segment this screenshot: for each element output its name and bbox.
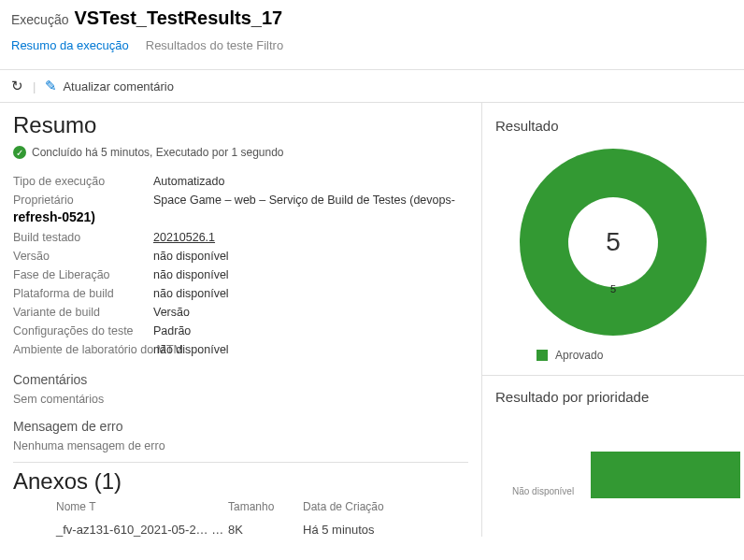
test-config-value: Padrão bbox=[153, 324, 191, 337]
error-empty: Nenhuma mensagem de erro bbox=[13, 439, 468, 452]
attachments-col-date[interactable]: Data de Criação bbox=[303, 500, 384, 513]
result-title: Resultado bbox=[482, 112, 744, 143]
comments-empty: Sem comentários bbox=[13, 393, 468, 406]
tab-results[interactable]: Resultados do teste Filtro bbox=[146, 38, 283, 56]
check-circle-icon: ✓ bbox=[13, 146, 26, 159]
result-panel: Resultado 5 5 Aprovado bbox=[482, 112, 744, 376]
priority-title: Resultado por prioridade bbox=[482, 383, 744, 414]
attachment-date: Há 5 minutos bbox=[303, 523, 375, 537]
summary-heading: Resumo bbox=[13, 112, 468, 138]
details-grid: Tipo de execução Automatizado Proprietár… bbox=[13, 172, 468, 209]
priority-y-tick: Não disponível bbox=[512, 486, 574, 496]
pencil-icon: ✎ bbox=[45, 78, 57, 94]
chart-legend: Aprovado bbox=[482, 339, 744, 362]
build-platform-value: não disponível bbox=[153, 287, 229, 300]
tab-summary[interactable]: Resumo da execução bbox=[11, 38, 129, 56]
details-grid-2: Build testado 20210526.1 Versão não disp… bbox=[13, 228, 468, 359]
run-type-value: Automatizado bbox=[153, 175, 224, 188]
tested-build-label: Build testado bbox=[13, 231, 153, 244]
divider bbox=[0, 69, 744, 70]
refresh-icon[interactable]: ↻ bbox=[11, 78, 23, 94]
attachments-row[interactable]: _fv-az131-610_2021-05-2… … 8K Há 5 minut… bbox=[13, 513, 468, 537]
attachment-name: _fv-az131-610_2021-05-2… … bbox=[13, 523, 228, 537]
update-comment-label: Atualizar comentário bbox=[63, 79, 174, 93]
update-comment-button[interactable]: ✎ Atualizar comentário bbox=[45, 78, 174, 94]
run-prefix: Execução bbox=[11, 12, 68, 27]
owner-label: Proprietário bbox=[13, 194, 153, 207]
release-phase-value: não disponível bbox=[153, 268, 229, 281]
run-name: VSTest_TestResults_17 bbox=[74, 7, 282, 29]
attachments-col-name[interactable]: Nome T bbox=[13, 500, 228, 513]
toolbar-separator: | bbox=[33, 79, 36, 93]
priority-bar bbox=[591, 452, 740, 498]
lab-env-value: não disponível bbox=[153, 343, 229, 356]
run-type-label: Tipo de execução bbox=[13, 175, 153, 188]
owner-value-line2: refresh-0521) bbox=[13, 209, 468, 224]
attachments-col-size[interactable]: Tamanho bbox=[228, 500, 303, 513]
error-heading: Mensagem de erro bbox=[13, 419, 468, 434]
legend-swatch-approved bbox=[537, 350, 548, 361]
release-label: Versão bbox=[13, 250, 153, 263]
donut-center-value: 5 bbox=[568, 197, 658, 287]
divider bbox=[13, 462, 468, 463]
attachments-header-row: Nome T Tamanho Data de Criação bbox=[13, 500, 468, 513]
legend-label-approved: Aprovado bbox=[555, 349, 603, 362]
page-title: Execução VSTest_TestResults_17 bbox=[11, 7, 733, 29]
status-text: Concluído há 5 minutos, Executado por 1 … bbox=[32, 146, 284, 159]
build-flavor-value: Versão bbox=[153, 306, 190, 319]
tab-bar: Resumo da execução Resultados do teste F… bbox=[11, 38, 733, 56]
build-platform-label: Plataforma de build bbox=[13, 287, 153, 300]
comments-heading: Comentários bbox=[13, 372, 468, 387]
toolbar: ↻ | ✎ Atualizar comentário bbox=[0, 74, 744, 102]
test-config-label: Configurações do teste bbox=[13, 324, 153, 337]
priority-panel: Resultado por prioridade Não disponível bbox=[482, 383, 744, 498]
attachments-heading: Anexos (1) bbox=[13, 468, 468, 495]
build-flavor-label: Variante de build bbox=[13, 306, 153, 319]
tested-build-link[interactable]: 20210526.1 bbox=[153, 231, 215, 244]
status-line: ✓ Concluído há 5 minutos, Executado por … bbox=[13, 146, 468, 159]
owner-value: Space Game – web – Serviço de Build de T… bbox=[153, 194, 455, 207]
release-phase-label: Fase de Liberação bbox=[13, 268, 153, 281]
result-donut-chart: 5 5 bbox=[520, 149, 707, 336]
release-value: não disponível bbox=[153, 250, 229, 263]
attachment-size: 8K bbox=[228, 523, 303, 537]
priority-bar-chart: Não disponível bbox=[482, 414, 744, 498]
donut-slice-label: 5 bbox=[610, 283, 616, 294]
